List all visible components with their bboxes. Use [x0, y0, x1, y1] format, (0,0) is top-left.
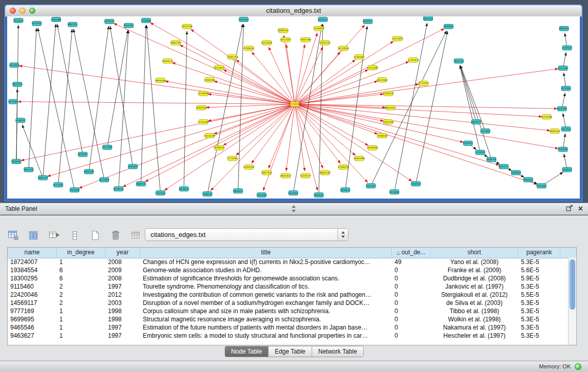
cell-year[interactable]: 2012	[105, 291, 140, 299]
graph-node[interactable]: 9650318	[557, 106, 567, 111]
cell-short[interactable]: Hescheler et al. (1997)	[430, 332, 518, 340]
column-header-out_degree[interactable]: △out_de...	[392, 248, 430, 258]
graph-node[interactable]: 8740159	[562, 46, 572, 50]
graph-node[interactable]: 9693048	[444, 24, 453, 29]
cell-year[interactable]: 2008	[105, 258, 140, 266]
tab-network-table[interactable]: Network Table	[312, 346, 363, 357]
graph-node[interactable]: 8329516	[114, 187, 123, 191]
cell-title[interactable]: Disruption of a novel member of a sodium…	[140, 299, 392, 307]
column-header-year[interactable]: year	[105, 248, 140, 258]
cell-pagerank[interactable]: 5.3E-5	[518, 332, 560, 340]
cell-name[interactable]: 19384554	[8, 266, 57, 274]
cell-short[interactable]: Nakamura et al. (1997)	[430, 323, 518, 332]
column-header-title[interactable]: title	[140, 248, 392, 258]
graph-node[interactable]: 8954023	[179, 187, 189, 191]
cell-title[interactable]: Estimation of the future numbers of pati…	[140, 323, 392, 332]
graph-node[interactable]: 12754511	[418, 81, 429, 85]
cell-short[interactable]: Jankovic et al. (1997)	[430, 282, 518, 291]
rows-button[interactable]	[68, 229, 82, 242]
cell-out_degree[interactable]: 0	[392, 332, 430, 340]
tab-edge-table[interactable]: Edge Table	[269, 346, 312, 357]
cell-in_degree[interactable]: 1	[57, 315, 105, 323]
new-document-button[interactable]	[88, 229, 102, 242]
graph-node[interactable]: 9862371	[68, 22, 77, 27]
table-row[interactable]: 2242004622012Investigating the contribut…	[8, 291, 569, 299]
graph-node[interactable]: 8103415	[318, 17, 328, 21]
import-table-button[interactable]	[129, 229, 143, 242]
graph-node[interactable]: 8733904	[475, 150, 485, 155]
graph-node[interactable]: 16977832	[261, 170, 272, 175]
graph-node[interactable]: 9760443	[128, 164, 138, 169]
cell-year[interactable]: 1997	[105, 323, 140, 332]
graph-node[interactable]: 15667340	[300, 37, 311, 42]
cell-in_degree[interactable]: 2	[57, 282, 105, 291]
graph-node[interactable]: 17154482	[198, 120, 209, 124]
table-row[interactable]: 1456911722003Disruption of a novel membe…	[8, 299, 569, 307]
graph-node[interactable]: 16523871	[213, 65, 225, 70]
graph-node[interactable]: 17962030	[204, 77, 215, 82]
graph-node[interactable]: 16093947	[549, 129, 560, 134]
graph-node[interactable]: 16055412	[385, 105, 396, 110]
graph-node[interactable]: 9220806	[141, 18, 151, 23]
graph-node[interactable]: 8475916	[288, 191, 298, 195]
delete-button[interactable]	[108, 229, 123, 242]
graph-node[interactable]: 8572360	[102, 145, 112, 149]
graph-node[interactable]: 15823401	[383, 120, 394, 124]
cell-name[interactable]: 9699695	[8, 315, 57, 323]
cell-pagerank[interactable]: 5.3E-5	[518, 307, 560, 315]
cell-year[interactable]: 1997	[105, 282, 140, 291]
splitter-handle[interactable]	[290, 205, 297, 215]
cell-pagerank[interactable]: 5.3E-5	[518, 282, 560, 291]
network-canvas[interactable]: 1724076160554121582340117088502161893641…	[7, 16, 580, 199]
graph-node[interactable]: 9863014	[559, 26, 569, 31]
table-selector-combo[interactable]: citations_edges.txt	[145, 228, 349, 241]
graph-node[interactable]: 15284661	[354, 55, 365, 59]
cell-out_degree[interactable]: 0	[392, 282, 430, 291]
table-row[interactable]: 1830029562008Estimation of significance …	[8, 274, 569, 282]
graph-node[interactable]: 17088502	[377, 134, 388, 138]
tab-node-table[interactable]: Node Table	[225, 346, 269, 357]
cell-title[interactable]: Corpus callosum shape and size in male p…	[140, 307, 392, 315]
graph-node[interactable]: 12411929	[392, 36, 403, 41]
cell-year[interactable]: 1997	[105, 332, 140, 340]
cell-name[interactable]: 9463627	[8, 332, 57, 340]
network-window-titlebar[interactable]: citations_edges.txt	[5, 5, 582, 17]
graph-node[interactable]: 15992764	[227, 55, 238, 59]
graph-node[interactable]: 8226480	[389, 190, 399, 194]
cell-title[interactable]: Investigating the contribution of common…	[140, 291, 392, 299]
cell-name[interactable]: 14569117	[8, 299, 57, 307]
graph-node[interactable]: 7690524	[314, 193, 323, 198]
column-chooser-button[interactable]	[27, 229, 41, 242]
graph-node[interactable]: 17521098	[367, 65, 378, 70]
cell-pagerank[interactable]: 5.3E-5	[518, 323, 560, 332]
graph-node[interactable]: 11346918	[313, 26, 324, 31]
table-vertical-scrollbar[interactable]	[568, 258, 576, 345]
graph-node[interactable]: 15876209	[204, 134, 215, 138]
graph-node[interactable]: 9922145	[454, 59, 464, 63]
cell-in_degree[interactable]: 1	[57, 307, 105, 315]
graph-node[interactable]: 17308145	[243, 46, 254, 51]
cell-name[interactable]: 18300295	[8, 274, 57, 282]
graph-node[interactable]: 8317924	[561, 127, 571, 132]
graph-node[interactable]: 7483917	[411, 182, 421, 186]
memory-status-icon[interactable]	[575, 363, 581, 370]
graph-node[interactable]: 16134928	[261, 40, 272, 45]
graph-node[interactable]: 18850466	[155, 78, 166, 82]
graph-node[interactable]: 17496223	[338, 165, 349, 169]
graph-node[interactable]: 17845216	[319, 40, 331, 45]
table-row[interactable]: 1872400712008Changes of HCN gene express…	[8, 258, 569, 266]
cell-name[interactable]: 9777169	[8, 307, 57, 315]
graph-node[interactable]: 9754502	[32, 21, 41, 26]
cell-name[interactable]: 9115460	[8, 282, 57, 291]
table-row[interactable]: 946554611997Estimation of the future num…	[8, 323, 569, 332]
cell-in_degree[interactable]: 2	[57, 291, 105, 299]
graph-node[interactable]: 9473562	[8, 99, 18, 104]
cell-year[interactable]: 2009	[105, 266, 140, 274]
graph-node[interactable]: 19152330	[181, 24, 192, 29]
cell-year[interactable]: 2003	[105, 299, 140, 307]
graph-node[interactable]: 8798231	[15, 118, 25, 123]
cell-title[interactable]: Estimation of significance thresholds fo…	[140, 274, 392, 282]
cell-in_degree[interactable]: 6	[57, 266, 105, 274]
cell-title[interactable]: Changes of HCN gene expression and I(f) …	[140, 258, 392, 266]
cell-in_degree[interactable]: 1	[57, 258, 105, 266]
